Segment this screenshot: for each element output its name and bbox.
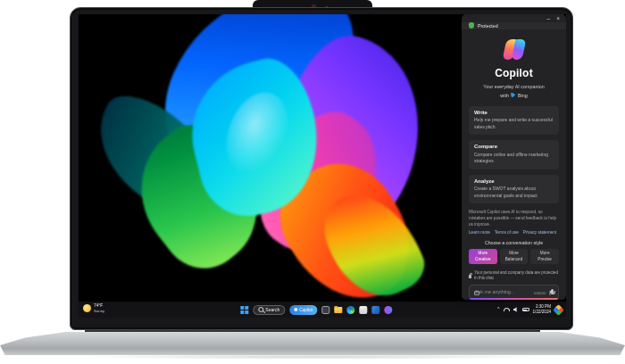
card-description: Compare online and offline marketing str… — [474, 152, 554, 165]
lock-icon — [469, 275, 471, 278]
bing-icon — [511, 93, 515, 98]
protected-banner: Protected — [462, 22, 566, 29]
copilot-logo-icon — [503, 39, 526, 60]
suggestion-cards: Write Help me prepare and write a succes… — [469, 106, 559, 210]
conversation-style-label: Choose a conversation style — [462, 240, 566, 245]
laptop-mockup: – × Protected Copilot Your everyday AI c… — [0, 0, 625, 364]
laptop-screen: – × Protected Copilot Your everyday AI c… — [79, 14, 566, 318]
ai-disclaimer: Microsoft Copilot uses AI to respond, so… — [469, 209, 559, 228]
close-icon[interactable]: × — [556, 16, 560, 22]
shield-icon — [469, 22, 474, 29]
card-title: Compare — [474, 144, 554, 149]
privacy-note-row: Your personal and company data are prote… — [469, 270, 559, 281]
taskbar: 74°F Sunny Search Copilot — [79, 302, 566, 318]
copilot-pill-icon — [294, 308, 297, 311]
style-line2: Balanced — [503, 257, 526, 262]
with-label: with — [500, 93, 509, 98]
legal-links: Learn more Terms of use Privacy statemen… — [469, 230, 559, 235]
copilot-title: Copilot — [462, 67, 566, 79]
with-bing-row: with Bing — [462, 93, 566, 98]
style-more-precise-button[interactable]: More Precise — [530, 249, 559, 264]
settings-app-button[interactable] — [359, 306, 367, 314]
system-tray: ^ 2:30 PM 1/22/2024 — [497, 302, 562, 318]
send-icon[interactable]: ▷ — [549, 290, 554, 295]
search-icon — [258, 307, 263, 312]
tray-date: 1/22/2024 — [533, 310, 551, 315]
style-more-creative-button[interactable]: More Creative — [469, 249, 497, 264]
sun-icon — [83, 304, 91, 312]
weather-condition: Sunny — [94, 309, 104, 313]
battery-icon[interactable] — [522, 308, 529, 311]
notification-center-icon[interactable] — [553, 304, 564, 316]
learn-more-link[interactable]: Learn more — [469, 230, 490, 235]
copilot-subtitle: Your everyday AI companion — [462, 84, 566, 89]
privacy-statement-link[interactable]: Privacy statement — [523, 230, 556, 235]
conversation-style-buttons: More Creative More Balanced More Precise — [469, 249, 559, 264]
copilot-panel: – × Protected Copilot Your everyday AI c… — [462, 14, 566, 300]
style-line2: Creative — [471, 257, 495, 262]
protected-label: Protected — [478, 23, 498, 29]
search-label: Search — [265, 307, 279, 312]
laptop-base — [0, 332, 625, 355]
input-accent-underline — [470, 298, 558, 300]
chat-input-footer: 0/4000 ▷ — [474, 290, 554, 295]
char-counter: 0/4000 — [534, 291, 546, 295]
add-image-icon[interactable] — [474, 291, 479, 295]
file-explorer-button[interactable] — [334, 307, 342, 313]
card-title: Analyze — [474, 178, 554, 184]
task-view-button[interactable] — [321, 306, 329, 314]
outlook-app-button[interactable] — [371, 306, 379, 314]
privacy-note: Your personal and company data are prote… — [474, 270, 559, 281]
style-line2: Precise — [533, 257, 556, 262]
start-button[interactable] — [240, 306, 248, 314]
card-description: Help me prepare and write a successful s… — [474, 117, 554, 130]
minimize-icon[interactable]: – — [547, 16, 551, 22]
suggestion-card-analyze[interactable]: Analyze Create a SWOT analysis about env… — [469, 175, 559, 204]
copilot-taskbar-button[interactable]: Copilot — [289, 305, 317, 315]
terms-of-use-link[interactable]: Terms of use — [495, 230, 519, 235]
chevron-up-icon[interactable]: ^ — [497, 307, 500, 312]
wifi-icon[interactable] — [504, 308, 510, 311]
taskbar-center: Search Copilot — [240, 302, 392, 318]
clock[interactable]: 2:30 PM 1/22/2024 — [533, 304, 551, 314]
bing-label: Bing — [518, 93, 528, 98]
style-more-balanced-button[interactable]: More Balanced — [500, 249, 529, 264]
copilot-hero: Copilot Your everyday AI companion with … — [462, 29, 566, 98]
store-app-button[interactable] — [384, 306, 392, 314]
card-description: Create a SWOT analysis about environment… — [474, 186, 554, 199]
volume-icon[interactable] — [513, 307, 519, 312]
weather-widget[interactable]: 74°F Sunny — [83, 303, 104, 313]
copilot-titlebar: – × — [462, 14, 566, 22]
suggestion-card-compare[interactable]: Compare Compare online and offline marke… — [469, 140, 559, 170]
edge-browser-button[interactable] — [346, 306, 354, 314]
chat-input-box[interactable]: 0/4000 ▷ — [469, 285, 559, 300]
copilot-pill-label: Copilot — [299, 308, 312, 312]
suggestion-card-write[interactable]: Write Help me prepare and write a succes… — [469, 106, 559, 136]
card-title: Write — [474, 110, 554, 115]
search-box[interactable]: Search — [253, 305, 285, 315]
